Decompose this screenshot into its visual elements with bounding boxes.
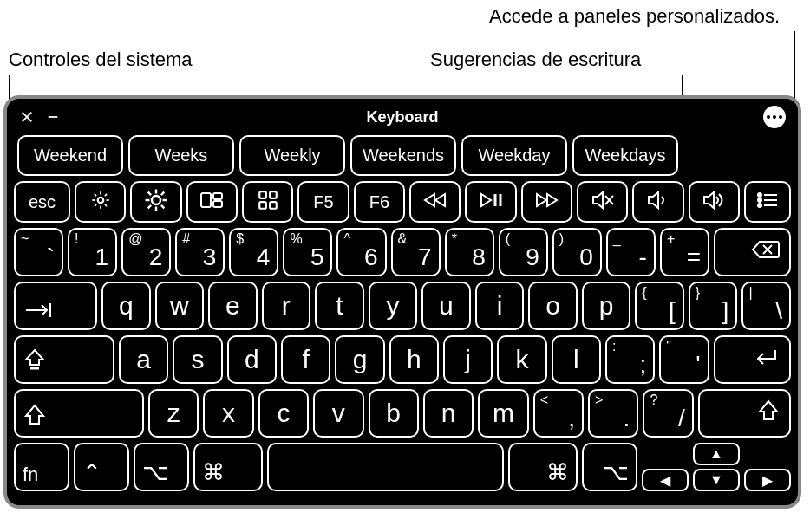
key-main-label: y <box>386 291 399 321</box>
key-6[interactable]: ^6 <box>336 228 386 276</box>
key-[[interactable]: {[ <box>635 282 684 330</box>
custom-panels-key[interactable] <box>744 181 791 223</box>
key-g[interactable]: g <box>335 335 384 384</box>
key-main-label: ` <box>47 243 55 271</box>
key-2[interactable]: @2 <box>121 228 171 276</box>
mission-control-key[interactable] <box>186 181 238 223</box>
play-pause-key[interactable] <box>465 181 516 223</box>
svg-marker-30 <box>481 194 491 206</box>
key-p[interactable]: p <box>582 282 631 330</box>
right-shift-key[interactable] <box>698 389 791 438</box>
key-l[interactable]: l <box>552 335 601 384</box>
volume-down-key[interactable] <box>632 181 683 223</box>
suggestion-item[interactable]: Weekends <box>350 135 456 176</box>
f6-key[interactable]: F6 <box>354 181 405 223</box>
key-3[interactable]: #3 <box>175 228 225 276</box>
key-main-label: [ <box>669 297 676 325</box>
volume-down-icon <box>646 190 670 215</box>
fast-forward-key[interactable] <box>521 181 572 223</box>
key-5[interactable]: %5 <box>283 228 332 276</box>
key-b[interactable]: b <box>369 389 419 438</box>
key-][interactable]: }] <box>689 282 738 330</box>
left-arrow-key[interactable]: ◀ <box>642 469 689 491</box>
suggestion-item[interactable]: Weeks <box>128 135 234 176</box>
key-r[interactable]: r <box>262 282 311 330</box>
key-i[interactable]: i <box>475 282 525 330</box>
key-k[interactable]: k <box>497 335 546 384</box>
launchpad-key[interactable] <box>242 181 293 223</box>
key-j[interactable]: j <box>443 335 493 384</box>
up-arrow-key[interactable]: ▲ <box>693 443 740 465</box>
right-command-key[interactable]: ⌘ <box>508 443 578 491</box>
brightness-up-key[interactable] <box>130 181 181 223</box>
esc-key[interactable]: esc <box>14 181 70 223</box>
f5-key[interactable]: F5 <box>297 181 349 223</box>
fn-key[interactable]: fn <box>14 443 69 491</box>
key-;[interactable]: :; <box>605 335 655 384</box>
key-7[interactable]: &7 <box>391 228 441 276</box>
key-c[interactable]: c <box>258 389 309 438</box>
minimize-icon[interactable] <box>45 109 61 125</box>
key-t[interactable]: t <box>315 282 364 330</box>
space-key[interactable] <box>267 443 504 491</box>
key-x[interactable]: x <box>203 389 253 438</box>
key-d[interactable]: d <box>227 335 277 384</box>
svg-line-9 <box>104 204 106 205</box>
left-shift-key[interactable] <box>14 389 144 438</box>
key-main-label: g <box>353 345 368 374</box>
svg-line-20 <box>161 191 165 195</box>
key-q[interactable]: q <box>101 282 151 330</box>
key-9[interactable]: (9 <box>499 228 548 276</box>
caps-lock-key[interactable] <box>14 335 114 384</box>
key-top-label: & <box>398 231 408 247</box>
key-.[interactable]: >. <box>588 389 638 438</box>
mute-key[interactable] <box>577 181 628 223</box>
window-title: Keyboard <box>366 108 438 127</box>
key-4[interactable]: $4 <box>229 228 278 276</box>
volume-up-key[interactable] <box>689 181 740 223</box>
left-option-key[interactable]: ⌥ <box>134 443 189 491</box>
control-key[interactable]: ⌃ <box>74 443 129 491</box>
key-1[interactable]: !1 <box>68 228 117 276</box>
key-z[interactable]: z <box>148 389 199 438</box>
key-`[interactable]: ~` <box>14 228 63 276</box>
rewind-key[interactable] <box>409 181 461 223</box>
suggestion-item[interactable]: Weekend <box>17 135 123 176</box>
backspace-key[interactable] <box>714 228 791 276</box>
key-u[interactable]: u <box>421 282 471 330</box>
key-0[interactable]: )0 <box>552 228 602 276</box>
down-arrow-key[interactable]: ▼ <box>693 469 740 491</box>
key-s[interactable]: s <box>173 335 222 384</box>
tab-key[interactable] <box>14 282 97 330</box>
key-main-label: q <box>119 291 134 321</box>
left-command-key[interactable]: ⌘ <box>193 443 263 491</box>
key-,[interactable]: <, <box>533 389 584 438</box>
suggestion-item[interactable]: Weekday <box>461 135 567 176</box>
key-e[interactable]: e <box>208 282 258 330</box>
key-h[interactable]: h <box>389 335 439 384</box>
key-/[interactable]: ?/ <box>643 389 693 438</box>
key-n[interactable]: n <box>423 389 474 438</box>
key-o[interactable]: o <box>528 282 578 330</box>
key-8[interactable]: *8 <box>445 228 494 276</box>
suggestion-item[interactable]: Weekly <box>239 135 345 176</box>
key--[interactable]: _- <box>606 228 656 276</box>
key-y[interactable]: y <box>369 282 418 330</box>
key-m[interactable]: m <box>478 389 528 438</box>
right-option-key[interactable]: ⌥ <box>582 443 637 491</box>
key-a[interactable]: a <box>119 335 168 384</box>
key-\[interactable]: |\ <box>741 282 791 330</box>
right-arrow-key[interactable]: ▶ <box>744 469 791 491</box>
key-top-label: + <box>667 231 675 247</box>
return-key[interactable] <box>714 335 791 384</box>
key-f[interactable]: f <box>281 335 330 384</box>
close-icon[interactable] <box>19 109 35 125</box>
key-=[interactable]: += <box>660 228 709 276</box>
more-options-button[interactable] <box>763 106 786 128</box>
key-w[interactable]: w <box>155 282 205 330</box>
key-top-label: $ <box>236 231 244 247</box>
brightness-down-key[interactable] <box>75 181 126 223</box>
key-'[interactable]: "' <box>659 335 709 384</box>
key-v[interactable]: v <box>313 389 363 438</box>
suggestion-item[interactable]: Weekdays <box>572 135 678 176</box>
